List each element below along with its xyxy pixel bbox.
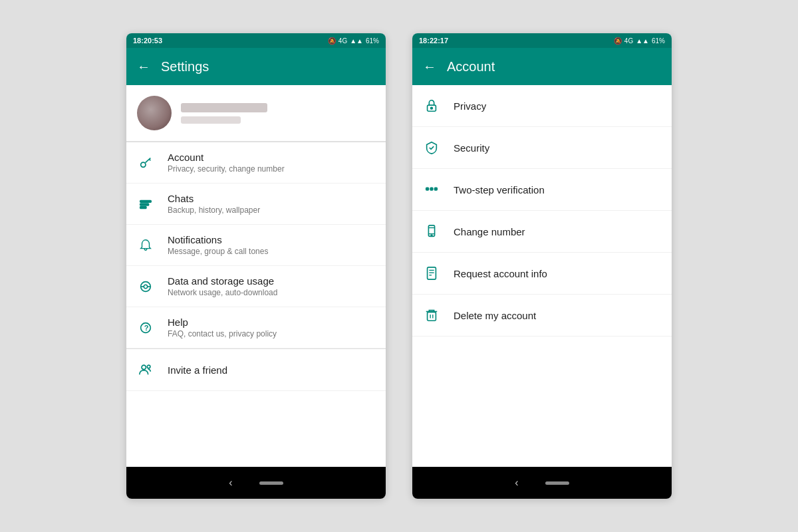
battery-account: 61%: [652, 37, 665, 45]
account-nav-bar: ‹: [412, 467, 672, 499]
nav-home-settings[interactable]: [259, 481, 283, 485]
avatar: [137, 96, 172, 130]
svg-point-22: [431, 235, 432, 236]
svg-line-2: [150, 159, 151, 160]
svg-rect-17: [430, 188, 433, 190]
account-subtitle: Privacy, security, change number: [168, 164, 285, 174]
account-phone: 18:22:17 🔕 4G ▲▲ 61% ← Account Privacy: [412, 33, 672, 499]
help-text: Help FAQ, contact us, privacy policy: [168, 317, 277, 338]
request-info-label: Request account info: [454, 268, 547, 279]
mute-icon: 🔕: [328, 37, 336, 45]
profile-info: [181, 103, 267, 124]
account-title: Account: [168, 152, 285, 163]
key-icon: [137, 154, 154, 172]
help-subtitle: FAQ, contact us, privacy policy: [168, 329, 277, 338]
svg-point-7: [144, 285, 148, 289]
nav-back-settings[interactable]: ‹: [229, 477, 232, 489]
account-title: Account: [447, 59, 495, 74]
nav-home-account[interactable]: [545, 481, 569, 485]
menu-item-invite[interactable]: Invite a friend: [126, 349, 386, 391]
svg-text:?: ?: [144, 324, 149, 332]
notifications-text: Notifications Message, group & call tone…: [168, 234, 268, 256]
status-time-account: 18:22:17: [419, 37, 448, 45]
menu-item-data[interactable]: Data and storage usage Network usage, au…: [126, 266, 386, 307]
account-back-button[interactable]: ←: [423, 59, 436, 74]
signal-settings: 4G: [338, 37, 347, 45]
mute-icon-account: 🔕: [614, 37, 622, 45]
data-text: Data and storage usage Network usage, au…: [168, 275, 277, 297]
profile-name: [181, 103, 267, 112]
notifications-subtitle: Message, group & call tones: [168, 247, 268, 256]
svg-point-12: [142, 365, 146, 369]
list-item-delete-account[interactable]: Delete my account: [412, 295, 672, 336]
status-icons-account: 🔕 4G ▲▲ 61%: [614, 37, 665, 45]
chats-subtitle: Backup, history, wallpaper: [168, 205, 260, 215]
svg-rect-3: [140, 200, 152, 202]
bell-icon: [137, 237, 154, 254]
status-bar-settings: 18:20:53 🔕 4G ▲▲ 61%: [126, 33, 386, 48]
status-time-settings: 18:20:53: [133, 37, 162, 45]
account-text: Account Privacy, security, change number: [168, 152, 285, 174]
signal-account: 4G: [624, 37, 633, 45]
data-subtitle: Network usage, auto-download: [168, 288, 277, 297]
battery-settings: 61%: [366, 37, 379, 45]
shield-icon: [423, 139, 440, 156]
profile-phone: [181, 116, 241, 124]
svg-rect-23: [428, 267, 436, 279]
settings-header: ← Settings: [126, 48, 386, 85]
notifications-title: Notifications: [168, 234, 268, 245]
settings-back-button[interactable]: ←: [137, 59, 150, 74]
list-item-privacy[interactable]: Privacy: [412, 85, 672, 127]
account-content: Privacy Security Two-step verificatio: [412, 85, 672, 467]
menu-item-notifications[interactable]: Notifications Message, group & call tone…: [126, 225, 386, 266]
list-item-request-info[interactable]: Request account info: [412, 253, 672, 295]
dots-icon: [423, 181, 440, 198]
phone-edit-icon: [423, 223, 440, 240]
svg-rect-27: [428, 312, 436, 321]
people-icon: [137, 361, 154, 378]
list-item-two-step[interactable]: Two-step verification: [412, 169, 672, 211]
status-icons-settings: 🔕 4G ▲▲ 61%: [328, 37, 379, 45]
chats-text: Chats Backup, history, wallpaper: [168, 193, 260, 215]
menu-item-help[interactable]: ? Help FAQ, contact us, privacy policy: [126, 307, 386, 348]
signal-bars-icon: ▲▲: [350, 37, 363, 45]
help-title: Help: [168, 317, 277, 328]
data-title: Data and storage usage: [168, 275, 277, 287]
list-item-change-number[interactable]: Change number: [412, 211, 672, 253]
chats-title: Chats: [168, 193, 260, 204]
list-item-security[interactable]: Security: [412, 127, 672, 169]
privacy-label: Privacy: [454, 100, 486, 112]
menu-item-account[interactable]: Account Privacy, security, change number: [126, 142, 386, 184]
settings-content: Account Privacy, security, change number…: [126, 85, 386, 467]
signal-bars-icon-account: ▲▲: [636, 37, 649, 45]
trash-icon: [423, 307, 440, 324]
svg-point-15: [431, 107, 433, 109]
change-number-label: Change number: [454, 226, 525, 237]
svg-rect-5: [140, 206, 146, 208]
nav-back-account[interactable]: ‹: [515, 477, 518, 489]
svg-rect-4: [140, 203, 149, 205]
settings-nav-bar: ‹: [126, 467, 386, 499]
svg-point-0: [141, 162, 146, 167]
help-icon: ?: [137, 319, 154, 336]
svg-rect-16: [426, 188, 429, 190]
svg-rect-18: [435, 188, 438, 190]
lock-icon: [423, 97, 440, 114]
account-header: ← Account: [412, 48, 672, 85]
chat-icon: [137, 196, 154, 213]
two-step-label: Two-step verification: [454, 184, 545, 196]
menu-item-chats[interactable]: Chats Backup, history, wallpaper: [126, 184, 386, 225]
settings-phone: 18:20:53 🔕 4G ▲▲ 61% ← Settings: [126, 33, 386, 499]
settings-title: Settings: [161, 59, 209, 74]
data-icon: [137, 278, 154, 295]
svg-point-13: [147, 365, 150, 368]
profile-section[interactable]: [126, 85, 386, 142]
delete-account-label: Delete my account: [454, 310, 536, 321]
security-label: Security: [454, 142, 489, 154]
doc-icon: [423, 265, 440, 282]
invite-title: Invite a friend: [168, 364, 227, 376]
status-bar-account: 18:22:17 🔕 4G ▲▲ 61%: [412, 33, 672, 48]
